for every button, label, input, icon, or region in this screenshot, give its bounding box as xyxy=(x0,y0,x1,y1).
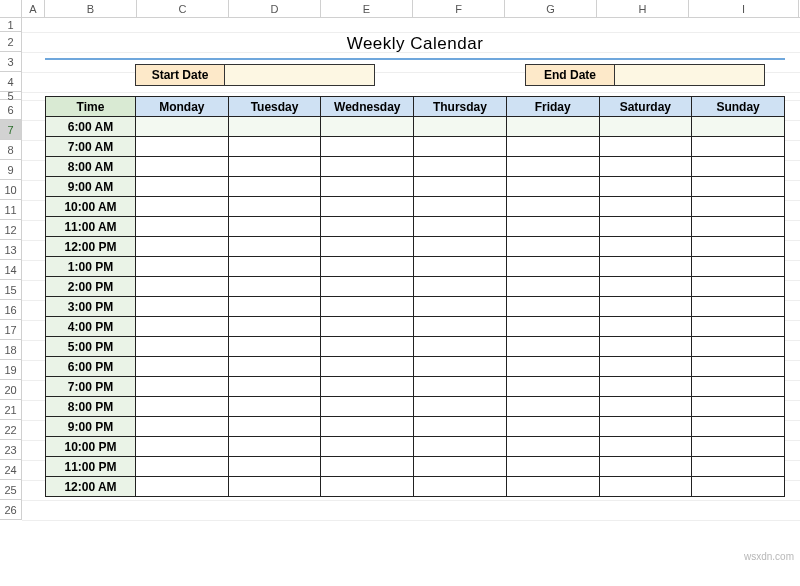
calendar-cell[interactable] xyxy=(599,377,692,397)
row-header-19[interactable]: 19 xyxy=(0,360,22,380)
calendar-cell[interactable] xyxy=(692,457,785,477)
calendar-cell[interactable] xyxy=(136,417,229,437)
calendar-cell[interactable] xyxy=(414,277,507,297)
calendar-cell[interactable] xyxy=(414,397,507,417)
calendar-cell[interactable] xyxy=(228,117,321,137)
calendar-cell[interactable] xyxy=(506,397,599,417)
calendar-cell[interactable] xyxy=(321,317,414,337)
calendar-cell[interactable] xyxy=(692,417,785,437)
calendar-cell[interactable] xyxy=(506,437,599,457)
calendar-cell[interactable] xyxy=(692,177,785,197)
calendar-cell[interactable] xyxy=(692,337,785,357)
calendar-cell[interactable] xyxy=(136,277,229,297)
start-date-input[interactable] xyxy=(225,64,375,86)
calendar-cell[interactable] xyxy=(136,157,229,177)
calendar-cell[interactable] xyxy=(414,157,507,177)
calendar-cell[interactable] xyxy=(692,117,785,137)
calendar-cell[interactable] xyxy=(506,277,599,297)
calendar-cell[interactable] xyxy=(692,157,785,177)
calendar-cell[interactable] xyxy=(228,477,321,497)
calendar-cell[interactable] xyxy=(414,257,507,277)
calendar-cell[interactable] xyxy=(228,337,321,357)
calendar-cell[interactable] xyxy=(599,137,692,157)
row-header-8[interactable]: 8 xyxy=(0,140,22,160)
calendar-cell[interactable] xyxy=(692,357,785,377)
calendar-cell[interactable] xyxy=(321,357,414,377)
col-header-A[interactable]: A xyxy=(22,0,45,17)
calendar-cell[interactable] xyxy=(599,237,692,257)
calendar-cell[interactable] xyxy=(321,417,414,437)
calendar-cell[interactable] xyxy=(321,477,414,497)
calendar-cell[interactable] xyxy=(599,257,692,277)
row-header-15[interactable]: 15 xyxy=(0,280,22,300)
calendar-cell[interactable] xyxy=(599,177,692,197)
row-header-11[interactable]: 11 xyxy=(0,200,22,220)
calendar-cell[interactable] xyxy=(136,357,229,377)
calendar-cell[interactable] xyxy=(136,257,229,277)
calendar-cell[interactable] xyxy=(692,217,785,237)
row-header-14[interactable]: 14 xyxy=(0,260,22,280)
calendar-cell[interactable] xyxy=(692,297,785,317)
calendar-cell[interactable] xyxy=(136,317,229,337)
calendar-cell[interactable] xyxy=(692,137,785,157)
calendar-cell[interactable] xyxy=(136,177,229,197)
calendar-cell[interactable] xyxy=(599,117,692,137)
calendar-cell[interactable] xyxy=(599,417,692,437)
calendar-cell[interactable] xyxy=(414,177,507,197)
row-header-2[interactable]: 2 xyxy=(0,32,22,52)
calendar-cell[interactable] xyxy=(136,457,229,477)
row-header-25[interactable]: 25 xyxy=(0,480,22,500)
row-header-22[interactable]: 22 xyxy=(0,420,22,440)
calendar-cell[interactable] xyxy=(228,317,321,337)
calendar-cell[interactable] xyxy=(321,117,414,137)
calendar-cell[interactable] xyxy=(599,357,692,377)
calendar-cell[interactable] xyxy=(228,197,321,217)
calendar-cell[interactable] xyxy=(414,377,507,397)
row-header-18[interactable]: 18 xyxy=(0,340,22,360)
calendar-cell[interactable] xyxy=(136,477,229,497)
calendar-cell[interactable] xyxy=(506,237,599,257)
calendar-cell[interactable] xyxy=(414,357,507,377)
row-header-1[interactable]: 1 xyxy=(0,18,22,32)
calendar-cell[interactable] xyxy=(599,477,692,497)
calendar-cell[interactable] xyxy=(414,457,507,477)
calendar-cell[interactable] xyxy=(692,397,785,417)
calendar-cell[interactable] xyxy=(228,237,321,257)
calendar-cell[interactable] xyxy=(692,277,785,297)
calendar-cell[interactable] xyxy=(321,197,414,217)
col-header-F[interactable]: F xyxy=(413,0,505,17)
select-all-corner[interactable] xyxy=(0,0,22,17)
calendar-cell[interactable] xyxy=(692,197,785,217)
calendar-cell[interactable] xyxy=(136,217,229,237)
calendar-cell[interactable] xyxy=(136,237,229,257)
calendar-cell[interactable] xyxy=(506,357,599,377)
calendar-cell[interactable] xyxy=(228,437,321,457)
calendar-cell[interactable] xyxy=(228,177,321,197)
calendar-cell[interactable] xyxy=(599,157,692,177)
calendar-cell[interactable] xyxy=(321,437,414,457)
calendar-cell[interactable] xyxy=(506,337,599,357)
calendar-cell[interactable] xyxy=(414,297,507,317)
calendar-cell[interactable] xyxy=(599,457,692,477)
row-header-17[interactable]: 17 xyxy=(0,320,22,340)
calendar-cell[interactable] xyxy=(414,117,507,137)
row-header-9[interactable]: 9 xyxy=(0,160,22,180)
calendar-cell[interactable] xyxy=(692,437,785,457)
calendar-cell[interactable] xyxy=(599,297,692,317)
calendar-cell[interactable] xyxy=(228,217,321,237)
col-header-H[interactable]: H xyxy=(597,0,689,17)
calendar-cell[interactable] xyxy=(321,337,414,357)
row-header-6[interactable]: 6 xyxy=(0,100,22,120)
calendar-cell[interactable] xyxy=(414,237,507,257)
col-header-C[interactable]: C xyxy=(137,0,229,17)
calendar-cell[interactable] xyxy=(414,217,507,237)
calendar-cell[interactable] xyxy=(506,457,599,477)
calendar-cell[interactable] xyxy=(599,337,692,357)
calendar-cell[interactable] xyxy=(599,277,692,297)
calendar-cell[interactable] xyxy=(506,137,599,157)
calendar-cell[interactable] xyxy=(136,397,229,417)
calendar-cell[interactable] xyxy=(506,117,599,137)
calendar-cell[interactable] xyxy=(506,197,599,217)
calendar-cell[interactable] xyxy=(506,157,599,177)
calendar-cell[interactable] xyxy=(599,217,692,237)
